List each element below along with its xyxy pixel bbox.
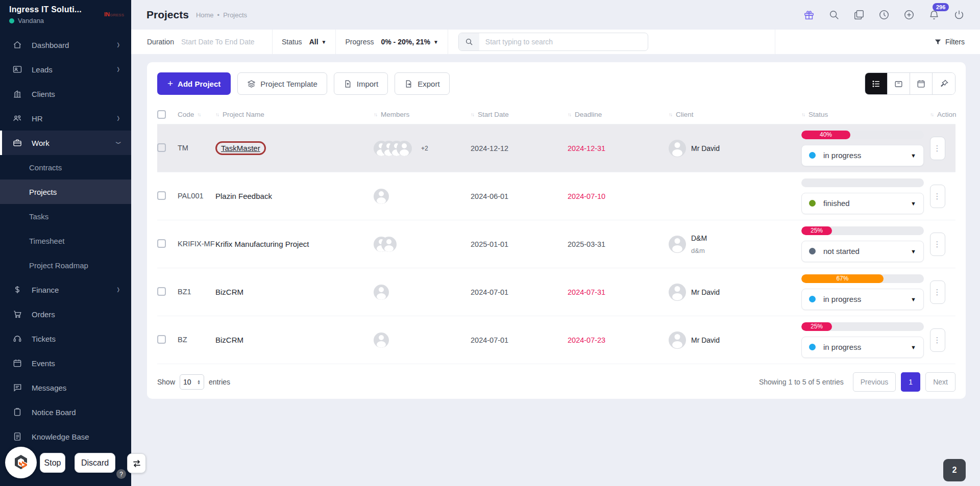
sidebar-item-leads[interactable]: Leads› (0, 57, 131, 82)
row-checkbox[interactable] (157, 191, 166, 200)
sidebar-item-hr[interactable]: HR› (0, 106, 131, 131)
row-checkbox[interactable] (157, 335, 166, 344)
sidebar-item-projects[interactable]: Projects (0, 180, 131, 204)
member-avatar[interactable] (381, 237, 397, 252)
progress-filter[interactable]: Progress 0% - 20%, 21% ▼ (336, 30, 448, 54)
import-button[interactable]: Import (334, 72, 388, 95)
client-avatar[interactable] (669, 236, 686, 253)
project-name-link[interactable]: TaskMaster (221, 144, 260, 152)
sidebar-item-dashboard[interactable]: Dashboard› (0, 33, 131, 57)
search-icon[interactable] (828, 9, 840, 20)
list-view-button[interactable] (865, 73, 888, 94)
column-header-status[interactable]: ↑↓Status (801, 111, 930, 118)
client-avatar[interactable] (669, 284, 686, 301)
stop-button[interactable]: Stop (40, 453, 65, 473)
status-dropdown[interactable]: in progress▼ (801, 145, 924, 166)
previous-page-button[interactable]: Previous (853, 372, 896, 392)
status-value[interactable]: All (309, 38, 318, 46)
row-checkbox[interactable] (157, 143, 166, 152)
project-name-link[interactable]: Krifix Manufacturing Project (215, 240, 309, 248)
client-avatar[interactable] (669, 331, 686, 349)
filters-button[interactable]: Filters (934, 38, 965, 46)
member-avatar[interactable] (397, 141, 412, 156)
progress-value[interactable]: 0% - 20%, 21% (381, 38, 430, 46)
power-icon[interactable] (953, 9, 965, 20)
row-actions-button[interactable]: ⋮ (930, 137, 945, 160)
plus-circle-icon[interactable] (903, 9, 915, 20)
sort-arrows-icon[interactable]: ↑↓ (374, 112, 377, 117)
status-dropdown[interactable]: in progress▼ (801, 337, 924, 358)
agent-logo[interactable] (5, 447, 37, 478)
help-badge[interactable]: ? (116, 469, 126, 479)
status-dropdown[interactable]: not started▼ (801, 241, 924, 262)
company-name[interactable]: Ingress IT Soluti... (9, 5, 82, 14)
sidebar-item-tasks[interactable]: Tasks (0, 204, 131, 228)
sidebar-item-clients[interactable]: Clients (0, 82, 131, 106)
discard-button[interactable]: Discard (75, 453, 115, 473)
column-header-client[interactable]: ↑↓Client (669, 111, 801, 118)
add-project-button[interactable]: + Add Project (157, 72, 231, 95)
stepper-arrows-icon[interactable]: ▲▼ (197, 379, 201, 385)
sidebar-item-work[interactable]: Work› (0, 131, 131, 155)
member-avatar[interactable] (374, 189, 389, 204)
client-name[interactable]: Mr David (691, 336, 720, 344)
members-extra-count[interactable]: +2 (421, 145, 428, 152)
clock-icon[interactable] (878, 9, 890, 20)
corner-count-badge[interactable]: 2 (943, 459, 966, 481)
sidebar-item-finance[interactable]: Finance› (0, 277, 131, 302)
select-all-checkbox[interactable] (157, 110, 166, 119)
bell-icon[interactable]: 296 (928, 9, 940, 20)
column-header-deadline[interactable]: ↑↓Deadline (568, 111, 669, 118)
row-actions-button[interactable]: ⋮ (930, 233, 945, 256)
sort-arrows-icon[interactable]: ↑↓ (669, 112, 672, 117)
search-input[interactable] (479, 38, 648, 46)
page-1-button[interactable]: 1 (901, 372, 920, 392)
board-view-button[interactable] (888, 73, 910, 94)
pin-view-button[interactable] (933, 73, 955, 94)
member-avatar[interactable] (374, 285, 389, 300)
sidebar-item-messages[interactable]: Messages (0, 375, 131, 400)
status-dropdown[interactable]: in progress▼ (801, 289, 924, 310)
sort-arrows-icon[interactable]: ↑↓ (197, 112, 200, 117)
column-header-start-date[interactable]: ↑↓Start Date (471, 111, 568, 118)
swap-button[interactable] (127, 453, 146, 473)
project-template-button[interactable]: Project Template (237, 72, 327, 95)
project-name-link[interactable]: BizCRM (215, 288, 243, 296)
status-filter[interactable]: Status All ▼ (273, 30, 336, 54)
client-name[interactable]: D&M (691, 234, 707, 242)
sidebar-item-contracts[interactable]: Contracts (0, 155, 131, 180)
sort-arrows-icon[interactable]: ↑↓ (930, 112, 933, 117)
member-avatar[interactable] (374, 332, 389, 348)
sort-arrows-icon[interactable]: ↑↓ (471, 112, 474, 117)
row-actions-button[interactable]: ⋮ (930, 328, 945, 352)
project-name-link[interactable]: Plazin Feedback (215, 192, 272, 200)
client-avatar[interactable] (669, 140, 686, 157)
sort-arrows-icon[interactable]: ↑↓ (215, 112, 218, 117)
sidebar-item-events[interactable]: Events (0, 351, 131, 375)
duration-input[interactable] (181, 38, 263, 46)
row-checkbox[interactable] (157, 239, 166, 248)
breadcrumb-home[interactable]: Home (196, 11, 214, 19)
row-actions-button[interactable]: ⋮ (930, 185, 945, 208)
sidebar-item-knowledge-base[interactable]: Knowledge Base (0, 424, 131, 449)
sidebar-item-timesheet[interactable]: Timesheet (0, 228, 131, 253)
sort-arrows-icon[interactable]: ↑↓ (568, 112, 571, 117)
next-page-button[interactable]: Next (925, 372, 955, 392)
project-name-link[interactable]: BizCRM (215, 336, 243, 344)
column-header-action[interactable]: ↑↓Action (930, 111, 955, 118)
client-name[interactable]: Mr David (691, 144, 720, 152)
gift-icon[interactable] (803, 9, 815, 20)
row-checkbox[interactable] (157, 287, 166, 296)
entries-stepper[interactable]: 10 ▲▼ (180, 374, 204, 390)
status-dropdown[interactable]: finished▼ (801, 193, 924, 214)
column-header-project-name[interactable]: ↑↓Project Name (215, 111, 374, 118)
sidebar-item-project-roadmap[interactable]: Project Roadmap (0, 253, 131, 277)
column-header-members[interactable]: ↑↓Members (374, 111, 471, 118)
sidebar-item-notice-board[interactable]: Notice Board (0, 400, 131, 424)
sidebar-item-tickets[interactable]: Tickets (0, 326, 131, 351)
sidebar-item-orders[interactable]: Orders (0, 302, 131, 326)
export-button[interactable]: Export (395, 72, 449, 95)
sort-arrows-icon[interactable]: ↑↓ (801, 112, 804, 117)
column-header-code[interactable]: Code↑↓ (178, 111, 215, 118)
row-actions-button[interactable]: ⋮ (930, 280, 945, 304)
